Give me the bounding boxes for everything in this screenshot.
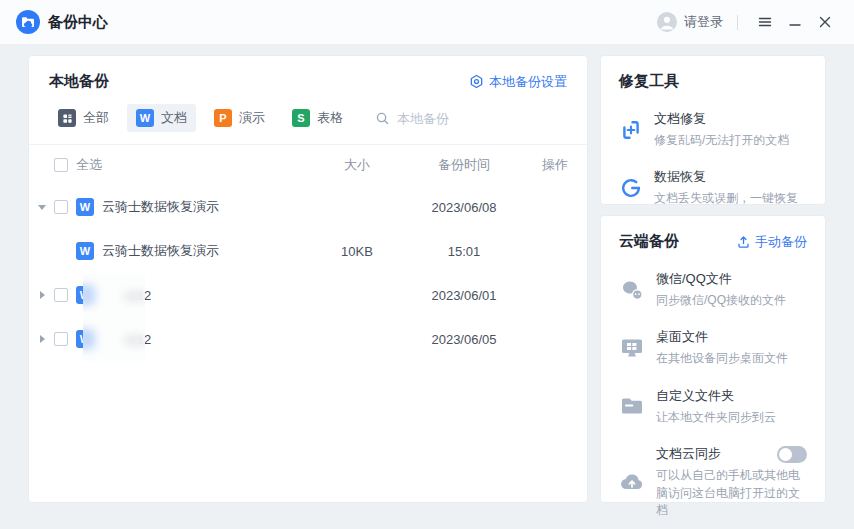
all-files-icon — [58, 109, 76, 127]
wechat-qq-icon — [619, 277, 645, 303]
wechat-qq-title: 微信/QQ文件 — [656, 270, 807, 288]
collapse-caret-icon[interactable] — [36, 205, 48, 210]
data-recovery-icon — [619, 176, 643, 200]
word-doc-icon: W — [76, 330, 94, 348]
table-header-row: 全选 大小 备份时间 操作 — [29, 145, 587, 185]
word-doc-icon: W — [76, 242, 94, 260]
select-all-checkbox[interactable] — [54, 158, 68, 172]
row-checkbox[interactable] — [54, 200, 68, 214]
doc-repair-icon — [619, 118, 643, 142]
search-input[interactable] — [397, 111, 527, 126]
doc-cloud-sync-item[interactable]: 文档云同步 可以从自己的手机或其他电脑访问这台电脑打开过的文档 — [619, 445, 807, 519]
desktop-files-desc: 在其他设备同步桌面文件 — [656, 350, 807, 367]
local-backup-settings-button[interactable]: 本地备份设置 — [469, 73, 567, 91]
select-all-label: 全选 — [76, 156, 102, 174]
doc-repair-desc: 修复乱码/无法打开的文档 — [654, 132, 807, 149]
word-doc-icon: W — [76, 286, 94, 304]
titlebar: 备份中心 请登录 — [0, 0, 854, 44]
table-row[interactable]: W v112 2023/06/01 — [29, 273, 587, 317]
tab-presentations[interactable]: P 演示 — [205, 104, 274, 132]
backup-table: 全选 大小 备份时间 操作 W 云骑士数据恢复演示 2023/06/08 W 云… — [29, 144, 587, 361]
folder-icon — [619, 393, 645, 419]
search-box[interactable] — [375, 111, 527, 126]
cloud-upload-icon — [619, 469, 645, 495]
table-row[interactable]: W 云骑士数据恢复演示 2023/06/08 — [29, 185, 587, 229]
doc-cloud-sync-title: 文档云同步 — [656, 445, 721, 463]
tab-spreadsheets-label: 表格 — [317, 109, 343, 127]
file-size: 10KB — [309, 244, 405, 259]
column-header-operation: 操作 — [523, 156, 587, 174]
avatar[interactable] — [657, 12, 677, 32]
file-name: v112 — [102, 332, 151, 347]
manual-backup-label: 手动备份 — [755, 233, 807, 251]
file-name: 云骑士数据恢复演示 — [102, 198, 219, 216]
gear-icon — [469, 74, 484, 89]
backup-time: 15:01 — [405, 244, 523, 259]
repair-tools-panel: 修复工具 文档修复 修复乱码/无法打开的文档 数据恢复 文档丢失或误删，一键恢复 — [600, 55, 826, 205]
cloud-backup-panel: 云端备份 手动备份 微信/QQ文件 同步微信/QQ接收的文件 — [600, 215, 826, 503]
file-name: v112 — [102, 288, 151, 303]
row-checkbox[interactable] — [54, 288, 68, 302]
desktop-files-title: 桌面文件 — [656, 328, 807, 346]
file-name: 云骑士数据恢复演示 — [102, 242, 219, 260]
expand-caret-icon[interactable] — [36, 335, 48, 343]
upload-icon — [736, 234, 751, 249]
backup-time: 2023/06/05 — [405, 332, 523, 347]
ppt-icon: P — [214, 109, 232, 127]
word-doc-icon: W — [76, 198, 94, 216]
row-checkbox[interactable] — [54, 332, 68, 346]
close-icon[interactable] — [812, 9, 838, 35]
backup-time: 2023/06/01 — [405, 288, 523, 303]
minimize-icon[interactable] — [782, 9, 808, 35]
doc-repair-item[interactable]: 文档修复 修复乱码/无法打开的文档 — [619, 110, 807, 149]
custom-folder-title: 自定义文件夹 — [656, 387, 807, 405]
column-header-size: 大小 — [309, 156, 405, 174]
desktop-files-item[interactable]: 桌面文件 在其他设备同步桌面文件 — [619, 328, 807, 367]
backup-time: 2023/06/08 — [405, 200, 523, 215]
search-icon — [375, 111, 390, 126]
titlebar-divider — [737, 15, 738, 30]
wechat-qq-item[interactable]: 微信/QQ文件 同步微信/QQ接收的文件 — [619, 270, 807, 309]
desktop-monitor-icon — [619, 335, 645, 361]
tab-all-label: 全部 — [83, 109, 109, 127]
data-recovery-desc: 文档丢失或误删，一键恢复 — [654, 190, 807, 207]
tab-presentations-label: 演示 — [239, 109, 265, 127]
tab-spreadsheets[interactable]: S 表格 — [283, 104, 352, 132]
expand-caret-icon[interactable] — [36, 291, 48, 299]
doc-repair-title: 文档修复 — [654, 110, 807, 128]
wechat-qq-desc: 同步微信/QQ接收的文件 — [656, 292, 807, 309]
column-header-time: 备份时间 — [405, 156, 523, 174]
app-title: 备份中心 — [48, 13, 108, 32]
sheet-icon: S — [292, 109, 310, 127]
app-logo-icon — [16, 10, 40, 34]
settings-label: 本地备份设置 — [489, 73, 567, 91]
local-backup-panel: 本地备份 本地备份设置 全部 W 文档 — [28, 55, 588, 503]
local-backup-title: 本地备份 — [49, 72, 109, 91]
repair-tools-title: 修复工具 — [619, 72, 807, 91]
tab-documents-label: 文档 — [161, 109, 187, 127]
filter-tabs: 全部 W 文档 P 演示 S 表格 — [49, 104, 567, 132]
tab-documents[interactable]: W 文档 — [127, 104, 196, 132]
data-recovery-item[interactable]: 数据恢复 文档丢失或误删，一键恢复 — [619, 168, 807, 207]
word-doc-icon: W — [136, 109, 154, 127]
login-button[interactable]: 请登录 — [684, 13, 723, 31]
data-recovery-title: 数据恢复 — [654, 168, 807, 186]
cloud-backup-title: 云端备份 — [619, 232, 679, 251]
table-row-child[interactable]: W 云骑士数据恢复演示 10KB 15:01 — [29, 229, 587, 273]
tab-all[interactable]: 全部 — [49, 104, 118, 132]
custom-folder-item[interactable]: 自定义文件夹 让本地文件夹同步到云 — [619, 387, 807, 426]
menu-icon[interactable] — [752, 9, 778, 35]
doc-cloud-sync-desc: 可以从自己的手机或其他电脑访问这台电脑打开过的文档 — [656, 467, 807, 519]
custom-folder-desc: 让本地文件夹同步到云 — [656, 409, 807, 426]
doc-cloud-sync-toggle[interactable] — [777, 446, 807, 463]
manual-backup-button[interactable]: 手动备份 — [736, 233, 807, 251]
table-row[interactable]: W v112 2023/06/05 — [29, 317, 587, 361]
